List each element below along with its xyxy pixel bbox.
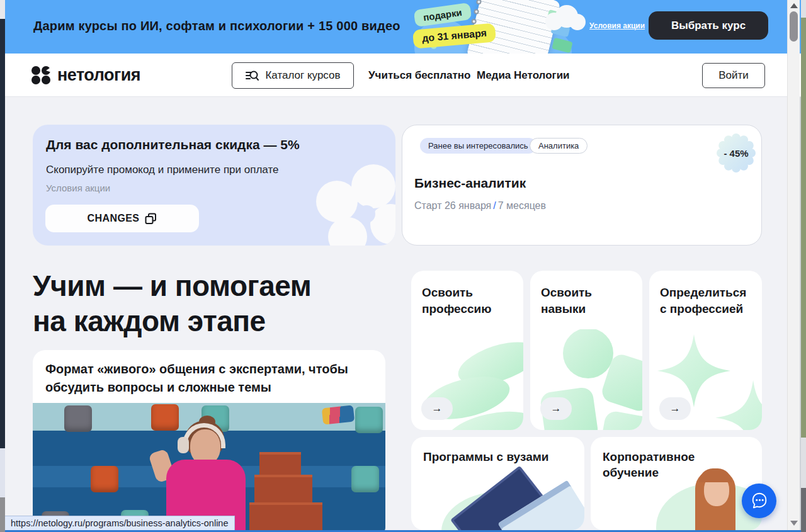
- card-corporate-training[interactable]: Корпоративное обучение: [591, 437, 762, 530]
- flower-3d-decoration: [309, 162, 395, 246]
- netology-logo[interactable]: нетология: [30, 64, 140, 86]
- screen: Дарим курсы по ИИ, софтам и психологии +…: [0, 0, 806, 532]
- arrow-button[interactable]: →: [421, 397, 453, 420]
- feature-card-live-format: Формат «живого» общения с экспертами, чт…: [33, 350, 385, 530]
- discount-promo-card: Для вас дополнительная скидка — 5% Скопи…: [33, 125, 395, 246]
- meta-separator: /: [491, 200, 497, 211]
- scrollbar[interactable]: [787, 0, 800, 530]
- scrollbar-down-arrow[interactable]: [790, 521, 798, 526]
- card-master-profession[interactable]: Освоить профессию →: [411, 271, 523, 430]
- category-badge[interactable]: Аналитика: [530, 138, 587, 154]
- nav-media[interactable]: Медиа Нетологии: [477, 69, 570, 82]
- page-title-line2: на каждом этапе: [33, 303, 311, 339]
- arrow-button[interactable]: →: [659, 397, 691, 420]
- background-window-left-edge: [0, 0, 5, 532]
- promo-title: Для вас дополнительная скидка — 5%: [46, 137, 300, 152]
- site-header: нетология Каталог курсов Учиться бесплат…: [5, 54, 801, 97]
- promo-code-copy-button[interactable]: CHANGES: [45, 205, 199, 232]
- card-title: Освоить навыки: [541, 285, 635, 317]
- chat-bubble-icon: [750, 492, 769, 511]
- card-title: Программы с вузами: [423, 450, 548, 465]
- page-title: Учим — и помогаем на каждом этапе: [33, 268, 311, 339]
- classroom-photo: [33, 403, 385, 530]
- feature-text: Формат «живого» общения с экспертами, чт…: [45, 360, 374, 397]
- card-university-programs[interactable]: Программы с вузами: [411, 437, 584, 530]
- banner-text: Дарим курсы по ИИ, софтам и психологии +…: [33, 19, 400, 33]
- promo-terms-link[interactable]: Условия акции: [46, 183, 110, 193]
- course-start-date: Старт 26 января: [414, 200, 491, 211]
- discount-badge: - 45%: [716, 133, 756, 173]
- nav-learn-free[interactable]: Учиться бесплатно: [368, 69, 470, 82]
- patterned-pillow: [322, 405, 355, 424]
- banner-terms-link[interactable]: Условия акции: [589, 21, 645, 30]
- catalog-button[interactable]: Каталог курсов: [232, 62, 354, 89]
- promo-code-value: CHANGES: [88, 213, 140, 224]
- netology-logo-icon: [30, 64, 52, 86]
- woman-with-headphones: [152, 421, 253, 530]
- card-title: Освоить профессию: [422, 285, 516, 317]
- course-title[interactable]: Бизнес-аналитик: [414, 176, 526, 191]
- card-master-skills[interactable]: Освоить навыки →: [530, 271, 642, 430]
- discount-value: - 45%: [716, 133, 756, 173]
- scrollbar-thumb[interactable]: [790, 11, 798, 42]
- catalog-button-label: Каталог курсов: [265, 69, 340, 82]
- background-window-right-edge: [801, 0, 806, 532]
- cloud-decoration: [545, 5, 586, 30]
- interest-badge: Ранее вы интересовались: [420, 138, 536, 154]
- promo-banner: Дарим курсы по ИИ, софтам и психологии +…: [5, 0, 801, 54]
- course-duration: 7 месяцев: [498, 200, 546, 211]
- main-content: Для вас дополнительная скидка — 5% Скопи…: [5, 97, 787, 530]
- chat-widget-button[interactable]: [742, 484, 776, 518]
- logo-text: нетология: [57, 65, 140, 85]
- card-choose-profession[interactable]: Определиться с профессией →: [649, 271, 762, 430]
- status-bar-url: https://netology.ru/programs/business-an…: [5, 516, 235, 531]
- copy-icon: [145, 213, 157, 225]
- promo-subtitle: Скопируйте промокод и примените при опла…: [46, 164, 278, 176]
- choose-course-button[interactable]: Выбрать курс: [649, 11, 768, 40]
- course-meta: Старт 26 января/7 месяцев: [414, 200, 546, 212]
- login-button[interactable]: Войти: [702, 63, 765, 88]
- scrollbar-up-arrow[interactable]: [790, 3, 798, 8]
- card-title: Корпоративное обучение: [603, 450, 710, 480]
- recommended-course-card[interactable]: Ранее вы интересовались Аналитика: [402, 125, 762, 246]
- arrow-button[interactable]: →: [540, 397, 572, 420]
- page-title-line1: Учим — и помогаем: [33, 268, 311, 303]
- card-title: Определиться с профессией: [660, 285, 754, 317]
- catalog-search-icon: [245, 69, 259, 82]
